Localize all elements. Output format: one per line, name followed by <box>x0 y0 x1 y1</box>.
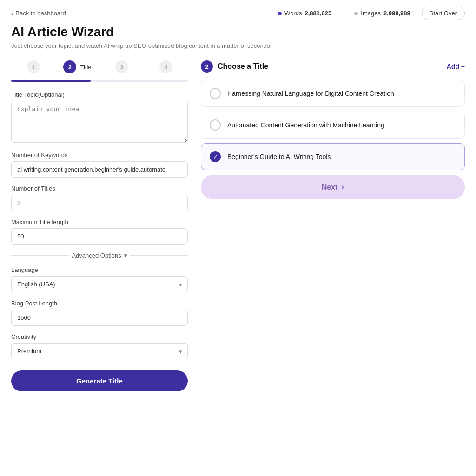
step-3-circle: 3 <box>115 60 128 73</box>
step-4-circle: 4 <box>159 60 172 73</box>
max-title-length-input[interactable] <box>11 228 188 245</box>
progress-bar-container <box>11 80 188 82</box>
choose-title-label-group: 2 Choose a Title <box>201 60 268 73</box>
title-option-2[interactable]: Automated Content Generation with Machin… <box>201 112 465 139</box>
words-label: Words <box>284 10 302 17</box>
radio-1 <box>210 88 221 99</box>
creativity-select-wrapper: Standard Premium Ultra <box>11 343 188 359</box>
page-subtitle: Just choose your topic, and watch AI whi… <box>11 42 465 49</box>
advanced-options-toggle[interactable]: Advanced Options ▾ <box>11 252 188 259</box>
title-option-1[interactable]: Harnessing Natural Language for Digital … <box>201 80 465 107</box>
language-group: Language English (USA) Spanish French Ge… <box>11 266 188 292</box>
step-1: 1 <box>11 60 55 73</box>
right-panel-header: 2 Choose a Title Add + <box>201 60 465 73</box>
page-title: AI Article Wizard <box>11 25 465 40</box>
step-4: 4 <box>144 60 188 73</box>
step-2: 2 Title <box>55 60 99 73</box>
title-option-3[interactable]: ✓ Beginner's Guide to AI Writing Tools <box>201 143 465 170</box>
next-btn-label: Next <box>322 183 338 192</box>
next-button[interactable]: Next › <box>201 175 465 199</box>
max-title-length-group: Maximum Title length <box>11 218 188 245</box>
step-2-circle: 2 <box>63 60 76 73</box>
title-topic-group: Title Topic(Optional) <box>11 91 188 144</box>
step-3: 3 <box>99 60 144 73</box>
num-titles-input[interactable] <box>11 195 188 211</box>
advanced-options-label: Advanced Options <box>72 252 121 259</box>
language-select[interactable]: English (USA) Spanish French German <box>11 276 188 292</box>
back-label: Back to dashboard <box>15 10 66 17</box>
blog-post-length-group: Blog Post Length <box>11 300 188 326</box>
title-topic-label: Title Topic(Optional) <box>11 91 188 98</box>
num-titles-group: Number of Titles <box>11 185 188 211</box>
blog-post-length-input[interactable] <box>11 310 188 326</box>
num-titles-label: Number of Titles <box>11 185 188 192</box>
left-panel: 1 2 Title 3 4 Title Topic(Optional) Numb… <box>11 60 188 391</box>
title-text-3: Beginner's Guide to AI Writing Tools <box>227 153 331 160</box>
words-value: 2,881,625 <box>304 10 331 17</box>
language-label: Language <box>11 266 188 273</box>
keywords-label: Number of Keywords <box>11 152 188 159</box>
words-dot <box>278 12 282 15</box>
start-over-button[interactable]: Start Over <box>422 7 465 20</box>
stepper: 1 2 Title 3 4 <box>11 60 188 73</box>
creativity-group: Creativity Standard Premium Ultra <box>11 333 188 359</box>
generate-title-button[interactable]: Generate Title <box>11 370 188 391</box>
step-2-label: Title <box>80 64 91 71</box>
choose-title-text: Choose a Title <box>218 62 268 71</box>
images-value: 2,999,989 <box>383 10 410 17</box>
creativity-label: Creativity <box>11 333 188 340</box>
step-badge: 2 <box>201 60 213 73</box>
images-dot <box>354 12 358 15</box>
title-text-2: Automated Content Generation with Machin… <box>227 121 384 129</box>
images-label: Images <box>361 10 381 17</box>
next-chevron-icon: › <box>341 182 344 192</box>
add-button[interactable]: Add + <box>447 63 465 70</box>
stat-divider <box>343 9 343 18</box>
back-link[interactable]: Back to dashboard <box>11 9 66 18</box>
title-topic-input[interactable] <box>11 101 188 143</box>
creativity-select[interactable]: Standard Premium Ultra <box>11 343 188 359</box>
radio-2 <box>210 119 221 131</box>
keywords-group: Number of Keywords <box>11 152 188 178</box>
progress-bar-fill <box>11 80 91 82</box>
advanced-options-chevron-icon: ▾ <box>124 252 127 259</box>
max-title-length-label: Maximum Title length <box>11 218 188 225</box>
title-text-1: Harnessing Natural Language for Digital … <box>227 90 394 97</box>
blog-post-length-label: Blog Post Length <box>11 300 188 307</box>
right-panel: 2 Choose a Title Add + Harnessing Natura… <box>201 60 465 199</box>
language-select-wrapper: English (USA) Spanish French German <box>11 276 188 292</box>
radio-3: ✓ <box>210 151 221 162</box>
keywords-input[interactable] <box>11 161 188 178</box>
step-1-circle: 1 <box>27 60 40 73</box>
